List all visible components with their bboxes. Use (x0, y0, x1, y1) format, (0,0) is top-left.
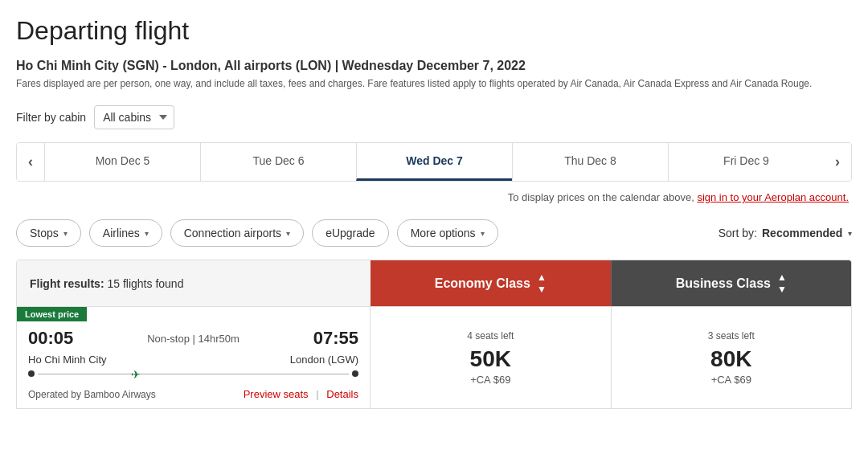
aeroplan-notice: To display prices on the calendar above,… (16, 191, 852, 203)
results-count: Flight results: 15 flights found (17, 260, 371, 306)
economy-class-column[interactable]: Economy Class ▲▼ (371, 260, 611, 306)
connection-chevron-icon: ▾ (286, 229, 290, 238)
calendar-day-4[interactable]: Fri Dec 9 (668, 143, 824, 181)
filters-row: Stops ▾ Airlines ▾ Connection airports ▾… (16, 219, 852, 247)
details-link[interactable]: Details (326, 388, 358, 400)
sort-row: Sort by: Recommended Price Duration ▾ (719, 227, 852, 239)
flight-card: Lowest price 00:05 Non-stop | 14hr50m 07… (16, 307, 852, 409)
economy-price-points: 50K (470, 346, 511, 372)
business-class-column[interactable]: Business Class ▲▼ (611, 260, 852, 306)
city-to: London (LGW) (290, 354, 358, 366)
calendar-day-0[interactable]: Mon Dec 5 (44, 143, 200, 181)
economy-sort-arrows-icon: ▲▼ (537, 272, 547, 295)
fare-notice: Fares displayed are per person, one way,… (16, 78, 852, 89)
calendar-prev-button[interactable]: ‹ (17, 143, 44, 181)
page-title: Departing flight (16, 16, 852, 46)
stops-chevron-icon: ▾ (63, 229, 68, 238)
preview-seats-link[interactable]: Preview seats (244, 388, 309, 400)
business-sort-arrows-icon: ▲▼ (777, 272, 787, 295)
filter-cabin-row: Filter by cabin All cabins Economy Busin… (16, 105, 852, 129)
cabin-select[interactable]: All cabins Economy Business First (94, 105, 174, 129)
route-info: Ho Chi Minh City (SGN) - London, All air… (16, 59, 852, 73)
flight-path-line: ✈ (38, 374, 349, 374)
flight-times: 00:05 Non-stop | 14hr50m 07:55 (17, 321, 370, 352)
airlines-filter-button[interactable]: Airlines ▾ (89, 219, 162, 247)
results-header: Flight results: 15 flights found Economy… (16, 260, 852, 307)
airlines-chevron-icon: ▾ (145, 229, 149, 238)
flight-route: Ho Chi Minh City London (LGW) (17, 352, 370, 370)
flight-duration: Non-stop | 14hr50m (147, 333, 240, 345)
calendar-next-button[interactable]: › (824, 143, 851, 181)
flight-links: Preview seats | Details (244, 388, 358, 400)
filter-cabin-label: Filter by cabin (16, 111, 86, 124)
calendar-nav: ‹ Mon Dec 5 Tue Dec 6 Wed Dec 7 Thu Dec … (16, 142, 852, 182)
calendar-day-3[interactable]: Thu Dec 8 (512, 143, 668, 181)
calendar-day-2[interactable]: Wed Dec 7 (356, 143, 512, 181)
flight-line: ✈ (17, 370, 370, 383)
sort-label: Sort by: (719, 227, 757, 239)
plane-icon: ✈ (131, 368, 141, 381)
more-options-button[interactable]: More options ▾ (397, 219, 498, 247)
sort-chevron-icon: ▾ (848, 229, 852, 238)
depart-dot-icon (28, 370, 35, 377)
business-price-cell[interactable]: 3 seats left 80K +CA $69 (612, 307, 852, 408)
lowest-price-badge: Lowest price (17, 307, 87, 321)
economy-price-cash: +CA $69 (470, 374, 510, 386)
arrive-time: 07:55 (313, 328, 358, 349)
calendar-day-1[interactable]: Tue Dec 6 (200, 143, 356, 181)
flight-info: Lowest price 00:05 Non-stop | 14hr50m 07… (17, 307, 371, 408)
economy-price-cell[interactable]: 4 seats left 50K +CA $69 (371, 307, 612, 408)
business-seats-left: 3 seats left (708, 330, 755, 342)
business-price-cash: +CA $69 (711, 374, 751, 386)
business-price-points: 80K (710, 346, 751, 372)
more-options-chevron-icon: ▾ (481, 229, 485, 238)
operated-by: Operated by Bamboo Airways (28, 389, 156, 400)
connection-airports-filter-button[interactable]: Connection airports ▾ (170, 219, 304, 247)
stops-filter-button[interactable]: Stops ▾ (16, 219, 81, 247)
flight-footer: Operated by Bamboo Airways Preview seats… (17, 383, 370, 408)
city-from: Ho Chi Minh City (28, 354, 107, 366)
aeroplan-signin-link[interactable]: sign in to your Aeroplan account. (697, 191, 849, 203)
economy-seats-left: 4 seats left (467, 330, 514, 342)
sort-select[interactable]: Recommended Price Duration (762, 227, 843, 239)
eupgrade-button[interactable]: eUpgrade (312, 219, 389, 247)
arrive-dot-icon (352, 370, 358, 377)
depart-time: 00:05 (28, 328, 73, 349)
results-label: Flight results: 15 flights found (30, 277, 183, 290)
